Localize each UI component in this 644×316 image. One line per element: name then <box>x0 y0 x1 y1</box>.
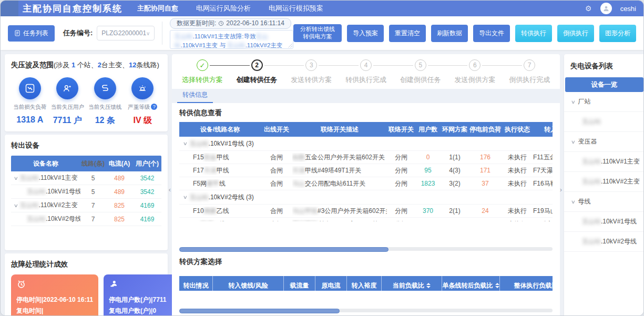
step-2-create-task[interactable]: 2 创建转供任务 <box>230 59 284 85</box>
tree-item[interactable]: 五山站 <box>564 112 643 132</box>
tab-transfer-info[interactable]: 转供信息 <box>177 88 213 103</box>
help-icon[interactable]: ? <box>151 104 157 110</box>
toolbar: 任务列表 任务编号: PLZG22000001 ∨ 数据更新时间: 2022-0… <box>1 16 643 50</box>
col-lines: 线路(条) <box>80 159 106 168</box>
line-name: F10网夏乙线 <box>179 207 261 216</box>
nav-item-simulation-plan[interactable]: 电网运行模拟预案 <box>269 4 323 13</box>
nav-item-self-healing[interactable]: 主配协同自愈 <box>137 4 178 13</box>
caret-down-icon[interactable]: ∨ <box>14 203 18 208</box>
task-no-select[interactable]: PLZG22000001 ∨ <box>97 26 155 40</box>
users-icon <box>56 77 78 99</box>
col-device-name: 设备名称 <box>11 159 80 168</box>
alarm-beacon-icon <box>131 77 154 99</box>
horizontal-scrollbar[interactable] <box>179 247 553 251</box>
impact-transformer-count: 2 <box>98 61 101 69</box>
caret-down-icon[interactable]: ∨ <box>183 195 188 200</box>
device-list-title: 失电设备列表 <box>564 62 643 77</box>
sort-icon[interactable] <box>495 283 499 288</box>
tree-item[interactable]: 五山站.110kV#1主变 <box>564 152 643 172</box>
collapse-left-arrow[interactable]: ‹ <box>167 180 173 198</box>
metric-label: 当前失压馈线 <box>86 104 124 111</box>
tree-item[interactable]: 五山站.10kV#1母线 <box>564 212 643 232</box>
step-5-create-restore-task[interactable]: 5 创建倒供任务 <box>393 59 448 85</box>
step-label: 发送倒供方案 <box>448 75 503 85</box>
nav-item-risk-analysis[interactable]: 电网运行风险分析 <box>196 4 251 13</box>
tree-group-station[interactable]: ∨ 厂站 <box>564 92 643 112</box>
analyze-transfer-plan-button[interactable]: 分析转出馈线转供电方案 <box>293 24 342 42</box>
caret-down-icon[interactable]: ∨ <box>183 141 188 146</box>
impact-title-seg: 个站、 <box>75 61 98 69</box>
sort-icon[interactable] <box>426 283 431 288</box>
tree-item[interactable]: 五山站.110kV#2主变 <box>564 172 643 192</box>
group-row-bus2[interactable]: ∨ 五山站.10kV#2母线 (3) <box>179 190 553 205</box>
step-1-select-plan[interactable]: ✓ 选择转供方案 <box>175 59 230 85</box>
avatar[interactable] <box>600 3 612 14</box>
tree-group-bus[interactable]: ∨ 母线 <box>564 192 643 212</box>
stat-line: 停电用户数(户)|7711 <box>109 294 171 305</box>
metric-label: 当前失压用户 <box>49 104 87 111</box>
update-time-label: 数据更新时间: <box>177 19 216 28</box>
import-plan-button[interactable]: 导入预案 <box>347 25 384 42</box>
step-wizard: ✓ 选择转供方案 2 创建转供任务 3 发送转供方案 4 转供执行完成 5 <box>172 54 560 89</box>
task-no-value: PLZG22000001 <box>101 29 146 37</box>
group-row-bus1[interactable]: ∨ 五山站.10kV#1母线 (3) <box>179 137 553 151</box>
stat-line: 停电时间|2022-06-10 16:11 <box>16 294 93 305</box>
table-row[interactable]: F5网夏甲线 合闸 马山交公用配电站611开关 分闸 1823 3(2) 37 … <box>179 177 553 190</box>
top-nav-bar: 主配协同自愈控制系统 主配协同自愈 电网运行风险分析 电网运行模拟预案 ⚙ ce… <box>1 1 643 16</box>
users-icon <box>109 279 119 289</box>
metric-lost-load: 当前损失负荷 1318 A <box>11 77 49 126</box>
step-6-send-restore-plan[interactable]: 6 发送倒供方案 <box>448 59 503 85</box>
refresh-data-button[interactable]: 刷新数据 <box>431 25 468 42</box>
step-label: 创建倒供任务 <box>393 75 448 85</box>
export-file-button[interactable]: 导出文件 <box>473 25 510 42</box>
scrollbar-thumb[interactable] <box>179 309 340 313</box>
table-row[interactable]: ∨五山站.110kV#1主变 5 489 3542 <box>11 171 161 185</box>
transfer-info-title: 转供信息查看 <box>179 108 553 118</box>
tab-strip: 转供信息 <box>172 89 560 103</box>
metric-value: 12 条 <box>86 115 124 126</box>
graph-analysis-button[interactable]: 图形分析 <box>599 25 636 42</box>
stat-line: 复电用户数(户)|0 <box>109 305 171 316</box>
step-7-restore-done[interactable]: 7 倒供执行完成 <box>502 59 557 85</box>
sortable-header[interactable]: 当前负载比 <box>382 276 442 291</box>
collapse-right-arrow[interactable]: › <box>558 180 564 198</box>
task-list-button[interactable]: 任务列表 <box>8 25 55 42</box>
transfer-execute-button[interactable]: 转供执行 <box>515 25 552 42</box>
table-row[interactable]: F10网夏乙线 合闸 马山甲线#3公用户外开关箱602开关 分闸 370 2(1… <box>179 205 553 218</box>
line-name: F5网夏甲线 <box>179 179 261 188</box>
stat-card-outage-users: 停电用户数(户)|7711 复电用户数(户)|0 <box>104 274 177 316</box>
table-row[interactable]: ∨五山站.110kV#2主变 7 825 4169 <box>11 199 161 212</box>
group-name: 五山站.10kV#2母线 (3) <box>190 193 254 202</box>
tree-group-label: 厂站 <box>578 97 591 106</box>
step-number: 7 <box>524 59 535 71</box>
table-header-row: 设备/线路名称 出线开关 联络开关描述 联络开关 用户数 环网方案 停电前负荷 … <box>179 122 553 137</box>
device-overview-bar[interactable]: 设备一览 <box>565 77 643 92</box>
table-row[interactable]: F17天湖甲线 合闸 天湖甲线#49塔49T1开关 分闸 95 4(3) 171… <box>179 164 553 177</box>
table-row[interactable]: 五山站.10kV#2母线 7 825 4169 <box>11 212 161 226</box>
horizontal-scrollbar[interactable] <box>179 309 553 312</box>
impact-line-count: 12 <box>129 61 136 69</box>
step-3-send-plan[interactable]: 3 发送转供方案 <box>284 59 339 85</box>
step-4-transfer-done[interactable]: 4 转供执行完成 <box>339 59 393 85</box>
plan-select-table: 转出情况 转入馈线/风险 载流量 原电流 转入裕度 当前负载比 单条线转后负载比… <box>179 276 553 291</box>
tree-group-transformer[interactable]: ∨ 变压器 <box>564 132 643 152</box>
main-nav: 主配协同自愈 电网运行风险分析 电网运行模拟预案 <box>137 4 323 13</box>
reset-clear-button[interactable]: 重置清空 <box>389 25 426 42</box>
tree-item[interactable]: 五山站.10kV#2母线 <box>564 232 643 252</box>
clock-icon <box>218 21 224 26</box>
sortable-header[interactable]: 整体执行负载比 <box>500 276 553 291</box>
scrollbar-thumb[interactable] <box>179 247 389 252</box>
transfer-out-title: 转出设备 <box>11 141 161 150</box>
fault-stats-cards: 停电时间|2022-06-10 16:11 复电时间| 停电用户数(户)|771… <box>11 274 161 316</box>
severity-value: IV 级 <box>124 115 162 126</box>
sortable-header[interactable]: 单条线转后负载比 <box>442 276 500 291</box>
gear-icon[interactable]: ⚙ <box>585 4 592 13</box>
table-row[interactable]: F4天成乙线 合闸 第三看宁所公用环网室602开关 分闸 165 3(2) 33… <box>179 218 553 221</box>
transfer-info-table: 设备/线路名称 出线开关 联络开关描述 联络开关 用户数 环网方案 停电前负荷 … <box>179 122 553 221</box>
caret-down-icon[interactable]: ∨ <box>14 176 18 181</box>
fault-description-textarea[interactable]: 五山站.110kV#1主变故障:导致五山站.110kV#1主变 与 五山站.11… <box>170 30 293 49</box>
caret-down-icon: ∨ <box>571 139 576 145</box>
table-row[interactable]: F15联益甲线 合闸 创惠五金公用户外开关箱602开关 分闸 0 1(1) 17… <box>179 151 553 164</box>
table-row[interactable]: 五山站.10kV#1母线 5 489 3542 <box>11 185 161 199</box>
restore-execute-button[interactable]: 倒供执行 <box>557 25 594 42</box>
